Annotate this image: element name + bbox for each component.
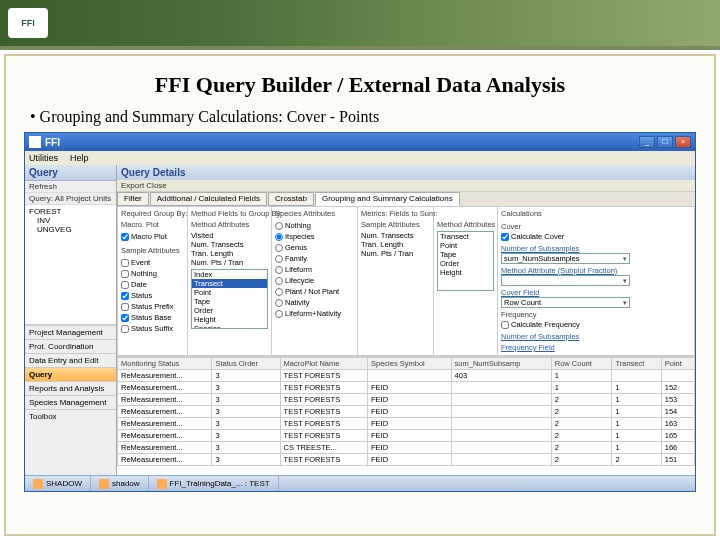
metrics-listbox[interactable]: TransectPointTapeOrderHeight	[437, 231, 494, 291]
column-header[interactable]: MacroPlot Name	[280, 358, 367, 370]
column-header[interactable]: sum_NumSubsamp	[451, 358, 551, 370]
calculate-cover-checkbox[interactable]: Calculate Cover	[501, 231, 630, 242]
frequency-section-label: Frequency	[501, 310, 630, 319]
results-grid[interactable]: Monitoring StatusStatus OrderMacroPlot N…	[117, 356, 695, 475]
macro-plot-checkbox[interactable]: Macro Plot	[121, 231, 184, 242]
sidebar-nav-item[interactable]: Data Entry and Edit	[25, 353, 116, 367]
species-radio[interactable]: Nothing	[275, 220, 354, 231]
sample-attr-checkbox[interactable]: Status Base	[121, 312, 184, 323]
method-attr-sub: Method Attributes	[191, 220, 268, 229]
sidebar-nav-item[interactable]: Reports and Analysis	[25, 381, 116, 395]
sidebar-nav-item[interactable]: Toolbox	[25, 409, 116, 423]
species-radio[interactable]: Lifeform+Nativity	[275, 308, 354, 319]
page-title: FFI Query Builder / External Data Analys…	[24, 72, 696, 98]
metrics-head: Metrics: Fields to Sum:	[361, 209, 430, 218]
tab[interactable]: Grouping and Summary Calculations	[315, 192, 460, 206]
cover-section-label: Cover	[501, 222, 630, 231]
minimize-button[interactable]: _	[639, 136, 655, 148]
column-header[interactable]: Monitoring Status	[118, 358, 212, 370]
db-icon	[99, 479, 109, 489]
titlebar: FFI _ □ ×	[25, 133, 695, 151]
species-radio[interactable]: Nativity	[275, 297, 354, 308]
sidebar-refresh[interactable]: Refresh	[25, 181, 116, 193]
close-button[interactable]: ×	[675, 136, 691, 148]
species-radio[interactable]: Plant / Not Plant	[275, 286, 354, 297]
taskbar-item[interactable]: shadow	[91, 476, 149, 491]
sidebar-nav-item[interactable]: Query	[25, 367, 116, 381]
app-window: FFI _ □ × Utilities Help Query Refresh Q…	[24, 132, 696, 492]
table-row[interactable]: ReMeasurement...3TEST FORESTSFEID11152	[118, 382, 695, 394]
freq-subsamples-label: Number of Subsamples	[501, 332, 630, 341]
calculations-head: Calculations	[501, 209, 630, 218]
db-icon	[33, 479, 43, 489]
page-subtitle: • Grouping and Summary Calculations: Cov…	[30, 108, 696, 126]
column-header[interactable]: Row Count	[551, 358, 612, 370]
banner-divider	[0, 46, 720, 50]
sidebar-nav-item[interactable]: Project Management	[25, 325, 116, 339]
tree-node[interactable]: FOREST	[29, 207, 112, 216]
subplot-fraction-combo[interactable]: ▾	[501, 275, 630, 286]
tab[interactable]: Filter	[117, 192, 149, 206]
details-toolbar[interactable]: Export Close	[117, 180, 695, 192]
sidebar-nav-item[interactable]: Prot. Coordination	[25, 339, 116, 353]
column-header[interactable]: Status Order	[212, 358, 280, 370]
chevron-down-icon: ▾	[623, 299, 627, 307]
sidebar-panel-title: Query	[25, 165, 116, 181]
tree-node[interactable]: INV	[29, 216, 112, 225]
metrics-static-text: Num. TransectsTran. LengthNum. Pts / Tra…	[361, 231, 430, 258]
sidebar-nav-item[interactable]: Species Management	[25, 395, 116, 409]
sample-attr-checkbox[interactable]: Nothing	[121, 268, 184, 279]
maximize-button[interactable]: □	[657, 136, 673, 148]
cover-field-label: Cover Field	[501, 288, 630, 297]
taskbar-item[interactable]: FFI_TrainingData_... : TEST	[149, 476, 279, 491]
species-radio[interactable]: Genus	[275, 242, 354, 253]
taskbar-item[interactable]: SHADOW	[25, 476, 91, 491]
page-frame: FFI Query Builder / External Data Analys…	[4, 54, 716, 536]
num-subsamples-label: Number of Subsamples	[501, 244, 630, 253]
species-radio[interactable]: Family	[275, 253, 354, 264]
table-row[interactable]: ReMeasurement...3TEST FORESTSFEID21163	[118, 418, 695, 430]
sidebar-option[interactable]: Query: All Project Units	[25, 193, 116, 205]
table-row[interactable]: ReMeasurement...3TEST FORESTSFEID21165	[118, 430, 695, 442]
sample-attr-checkbox[interactable]: Event	[121, 257, 184, 268]
chevron-down-icon: ▾	[623, 277, 627, 285]
menu-utilities[interactable]: Utilities	[29, 153, 58, 163]
column-header[interactable]: Point	[661, 358, 694, 370]
window-title: FFI	[45, 137, 639, 148]
table-row[interactable]: ReMeasurement...3TEST FORESTS4031	[118, 370, 695, 382]
tab[interactable]: Additional / Calculated Fields	[150, 192, 267, 206]
num-subsamples-combo[interactable]: sum_NumSubsamples▾	[501, 253, 630, 264]
details-title: Query Details	[117, 165, 695, 180]
species-attr-head: Species Attributes	[275, 209, 354, 218]
subplot-fraction-label: Method Attribute (Subplot Fraction)	[501, 266, 630, 275]
table-row[interactable]: ReMeasurement...3TEST FORESTSFEID21154	[118, 406, 695, 418]
main-panel: Query Details Export Close FilterAdditio…	[117, 165, 695, 475]
sample-attr-head: Sample Attributes	[121, 246, 184, 255]
column-header[interactable]: Species Symbol	[367, 358, 451, 370]
method-listbox[interactable]: IndexTransectPointTapeOrderHeightSpecies…	[191, 269, 268, 329]
app-icon	[29, 136, 41, 148]
menu-help[interactable]: Help	[70, 153, 89, 163]
species-radio[interactable]: Itspecies	[275, 231, 354, 242]
column-header[interactable]: Transect	[612, 358, 661, 370]
sample-attr-checkbox[interactable]: Status	[121, 290, 184, 301]
tab[interactable]: Crosstab	[268, 192, 314, 206]
db-icon	[157, 479, 167, 489]
metrics-sample-sub: Sample Attributes	[361, 220, 430, 229]
calculate-frequency-checkbox[interactable]: Calculate Frequency	[501, 319, 630, 330]
sidebar: Query Refresh Query: All Project Units F…	[25, 165, 117, 475]
method-groupby-head: Method Fields to Group By:	[191, 209, 268, 218]
table-row[interactable]: ReMeasurement...3TEST FORESTSFEID21153	[118, 394, 695, 406]
table-row[interactable]: ReMeasurement...3CS TREESTE...FEID21166	[118, 442, 695, 454]
tabs: FilterAdditional / Calculated FieldsCros…	[117, 192, 695, 206]
table-row[interactable]: ReMeasurement...3TEST FORESTSFEID22151	[118, 454, 695, 466]
method-static-text: VisitedNum. TransectsTran. LengthNum. Pt…	[191, 231, 268, 267]
sample-attr-checkbox[interactable]: Status Suffix	[121, 323, 184, 334]
sample-attr-checkbox[interactable]: Date	[121, 279, 184, 290]
project-tree[interactable]: FOREST INV UNGVEG	[25, 205, 116, 325]
species-radio[interactable]: Lifecycle	[275, 275, 354, 286]
tree-node[interactable]: UNGVEG	[29, 225, 112, 234]
species-radio[interactable]: Lifeform	[275, 264, 354, 275]
sample-attr-checkbox[interactable]: Status Prefix	[121, 301, 184, 312]
cover-field-combo[interactable]: Row Count▾	[501, 297, 630, 308]
